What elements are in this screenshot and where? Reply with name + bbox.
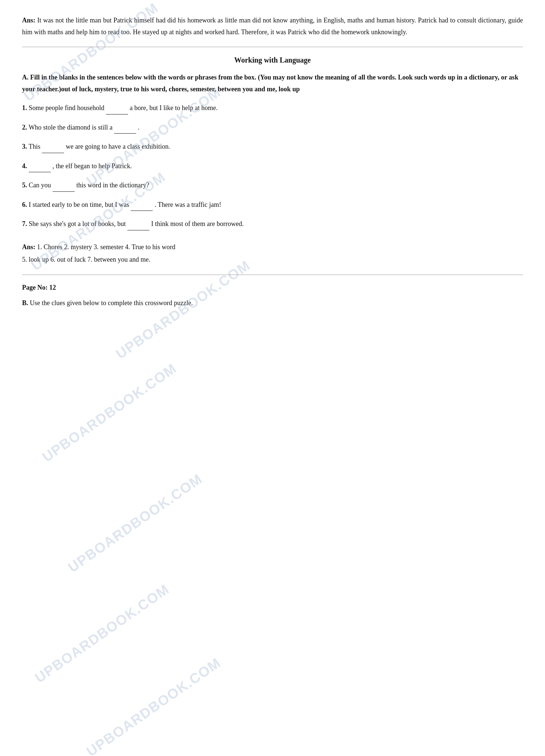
section-b-intro: B. Use the clues given below to complete… <box>22 297 523 309</box>
answers-line2: 5. look up 6. out of luck 7. between you… <box>22 253 523 266</box>
question-2: 2. Who stole the diamond is still a . <box>22 122 523 134</box>
q2-blank <box>114 122 136 134</box>
q4-text-after: , the elf began to help Patrick. <box>53 162 132 170</box>
q4-blank <box>29 160 51 173</box>
q5-text-after: this word in the dictionary? <box>77 181 149 189</box>
q6-num: 6. <box>22 201 27 208</box>
question-4: 4. , the elf began to help Patrick. <box>22 160 523 173</box>
q3-num: 3. <box>22 143 27 150</box>
question-5: 5. Can you this word in the dictionary? <box>22 180 523 192</box>
q5-blank <box>53 180 75 192</box>
page-number: Page No: 12 <box>22 284 523 292</box>
section-b-text: Use the clues given below to complete th… <box>30 299 193 307</box>
q3-blank <box>42 141 64 153</box>
answers-line1: Ans: 1. Chores 2. mystery 3. semester 4.… <box>22 241 523 253</box>
question-6: 6. I started early to be on time, but I … <box>22 199 523 211</box>
q7-num: 7. <box>22 220 27 227</box>
question-7: 7. She says she's got a lot of books, bu… <box>22 218 523 230</box>
q6-text-after: . There was a traffic jam! <box>155 201 221 208</box>
section-a-heading: A. Fill in the blanks in the sentences b… <box>22 72 523 95</box>
q1-blank <box>106 102 128 114</box>
ans-label: Ans: <box>22 17 35 24</box>
q2-num: 2. <box>22 124 27 131</box>
q2-text-before: Who stole the diamond is still a <box>29 124 113 131</box>
q5-text-before: Can you <box>29 181 51 189</box>
divider-2 <box>22 275 523 275</box>
watermark-2: UPBOARDBOOK.COM <box>84 84 224 189</box>
answers-line1-text: 1. Chores 2. mystery 3. semester 4. True… <box>37 243 176 251</box>
question-3: 3. This we are going to have a class exh… <box>22 141 523 153</box>
watermark-7: UPBOARDBOOK.COM <box>32 581 172 686</box>
q3-text-after: we are going to have a class exhibition. <box>66 143 170 150</box>
watermark-8: UPBOARDBOOK.COM <box>84 655 224 756</box>
q7-text-after: I think most of them are borrowed. <box>151 220 244 227</box>
q1-text-after: a bore, but I like to help at home. <box>130 104 217 112</box>
q2-text-after: . <box>138 124 140 131</box>
q7-text-before: She says she's got a lot of books, but <box>29 220 126 227</box>
q4-num: 4. <box>22 162 27 170</box>
q3-text-before: This <box>29 143 40 150</box>
ans-text: It was not the little man but Patrick hi… <box>22 17 523 36</box>
q7-blank <box>127 218 149 230</box>
q5-num: 5. <box>22 181 27 189</box>
question-1: 1. Some people find household a bore, bu… <box>22 102 523 114</box>
q1-num: 1. <box>22 104 27 112</box>
answer-block: Ans: It was not the little man but Patri… <box>22 15 523 38</box>
q6-text-before: I started early to be on time, but I was <box>29 201 129 208</box>
section-b-label: B. <box>22 299 28 307</box>
answers-section: Ans: 1. Chores 2. mystery 3. semester 4.… <box>22 241 523 266</box>
watermark-4: UPBOARDBOOK.COM <box>113 257 253 362</box>
watermark-6: UPBOARDBOOK.COM <box>65 471 205 576</box>
section-title: Working with Language <box>22 56 523 64</box>
q1-text-before: Some people find household <box>29 104 104 112</box>
divider-1 <box>22 47 523 47</box>
watermark-5: UPBOARDBOOK.COM <box>39 360 180 465</box>
answers-label: Ans: <box>22 243 35 251</box>
q6-blank <box>131 199 153 211</box>
